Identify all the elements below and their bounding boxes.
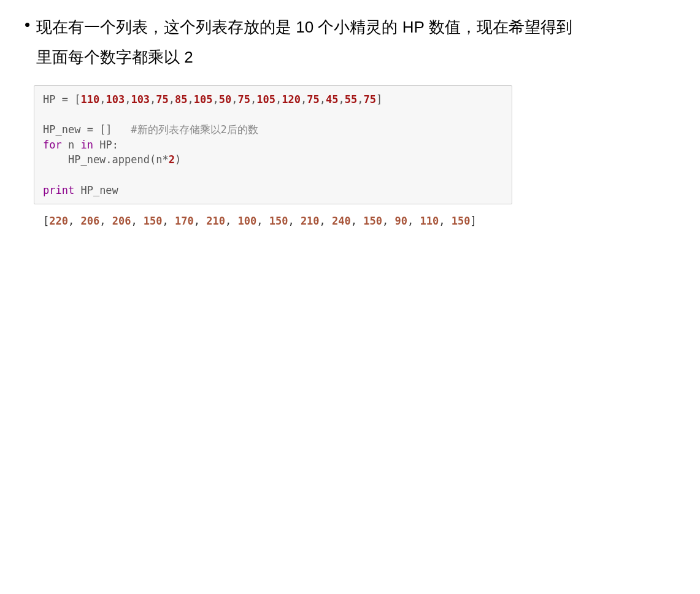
tok-two: 2 [169, 153, 175, 166]
tok-printarg: HP_new [74, 184, 118, 196]
out-sep: , [256, 215, 269, 227]
code-line-2: HP_new = [] #新的列表存储乘以2后的数 [43, 122, 503, 137]
hp-value: 103 [106, 93, 125, 106]
out-value: 150 [363, 215, 382, 227]
tok-close-bracket: ] [376, 93, 382, 106]
bullet-marker: • [25, 12, 30, 73]
hp-value: 75 [363, 93, 375, 106]
comma: , [250, 93, 256, 106]
out-sep: , [68, 215, 80, 227]
comma: , [150, 93, 156, 106]
code-line-5: print HP_new [43, 183, 503, 198]
tok-open-bracket: [ [74, 93, 80, 106]
out-value: 206 [112, 215, 131, 227]
out-value: 110 [420, 215, 439, 227]
tok-in: in [80, 139, 93, 151]
output-block: [220, 206, 206, 150, 170, 210, 100, 150,… [43, 214, 675, 230]
hp-value: 110 [80, 93, 99, 106]
bullet-text: 现在有一个列表，这个列表存放的是 10 个小精灵的 HP 数值，现在希望得到 里… [36, 12, 572, 73]
tok-hpnew: HP_new [43, 123, 80, 136]
out-value: 100 [237, 215, 256, 227]
out-sep: , [163, 215, 175, 227]
tok-print: print [43, 184, 74, 196]
comma: , [231, 93, 237, 106]
code-line-1: HP = [110,103,103,75,85,105,50,75,105,12… [43, 92, 503, 107]
comma: , [188, 93, 194, 106]
comma: , [301, 93, 307, 106]
bullet-line2: 里面每个数字都乘以 2 [36, 48, 193, 66]
tok-hpref: HP: [93, 139, 118, 151]
out-sep: , [439, 215, 451, 227]
output-values-list: 220, 206, 206, 150, 170, 210, 100, 150, … [49, 215, 470, 227]
out-close: ] [470, 215, 476, 227]
out-sep: , [288, 215, 300, 227]
comma: , [213, 93, 219, 106]
out-value: 210 [301, 215, 320, 227]
code-line-blank1 [43, 107, 503, 122]
tok-hp-var: HP [43, 93, 55, 106]
out-value: 150 [452, 215, 471, 227]
hp-value: 75 [238, 93, 250, 106]
tok-append: append [112, 153, 150, 166]
out-sep: , [320, 215, 332, 227]
hp-value: 103 [131, 93, 150, 106]
tok-empty: = [] [80, 123, 131, 136]
out-value: 150 [144, 215, 163, 227]
out-value: 240 [332, 215, 351, 227]
comma: , [357, 93, 363, 106]
hp-value: 75 [156, 93, 168, 106]
out-sep: , [225, 215, 237, 227]
tok-comment: #新的列表存储乘以2后的数 [131, 123, 258, 136]
hp-value: 120 [282, 93, 301, 106]
code-line-4: HP_new.append(n*2) [43, 152, 503, 168]
out-sep: , [407, 215, 420, 227]
out-sep: , [131, 215, 143, 227]
out-value: 170 [175, 215, 194, 227]
tok-eq: = [55, 93, 74, 106]
out-value: 206 [80, 215, 99, 227]
comma: , [125, 93, 131, 106]
out-open: [ [43, 215, 49, 227]
comma: , [338, 93, 344, 106]
comma: , [99, 93, 106, 106]
tok-append-open: (n* [150, 153, 169, 166]
hp-value: 105 [194, 93, 213, 106]
hp-value: 105 [256, 93, 275, 106]
hp-value: 55 [345, 93, 357, 106]
out-value: 150 [269, 215, 288, 227]
code-line-3: for n in HP: [43, 137, 503, 153]
out-value: 220 [49, 215, 68, 227]
out-sep: , [99, 215, 112, 227]
out-sep: , [194, 215, 206, 227]
out-sep: , [351, 215, 363, 227]
tok-indent: HP_new [43, 153, 106, 166]
hp-value: 50 [219, 93, 231, 106]
hp-values-list: 110,103,103,75,85,105,50,75,105,120,75,4… [80, 93, 375, 106]
comma: , [169, 93, 175, 106]
out-sep: , [382, 215, 394, 227]
comma: , [320, 93, 326, 106]
out-value: 210 [206, 215, 225, 227]
tok-append-close: ) [175, 153, 181, 166]
tok-n: n [62, 139, 81, 151]
code-line-blank2 [43, 168, 503, 183]
code-block: HP = [110,103,103,75,85,105,50,75,105,12… [34, 85, 512, 204]
hp-value: 85 [175, 93, 187, 106]
hp-value: 45 [326, 93, 338, 106]
hp-value: 75 [307, 93, 319, 106]
bullet-item: • 现在有一个列表，这个列表存放的是 10 个小精灵的 HP 数值，现在希望得到… [25, 12, 675, 73]
bullet-line1: 现在有一个列表，这个列表存放的是 10 个小精灵的 HP 数值，现在希望得到 [36, 18, 572, 36]
out-value: 90 [394, 215, 407, 227]
tok-for: for [43, 139, 62, 151]
comma: , [275, 93, 282, 106]
tok-dot: . [106, 153, 112, 166]
